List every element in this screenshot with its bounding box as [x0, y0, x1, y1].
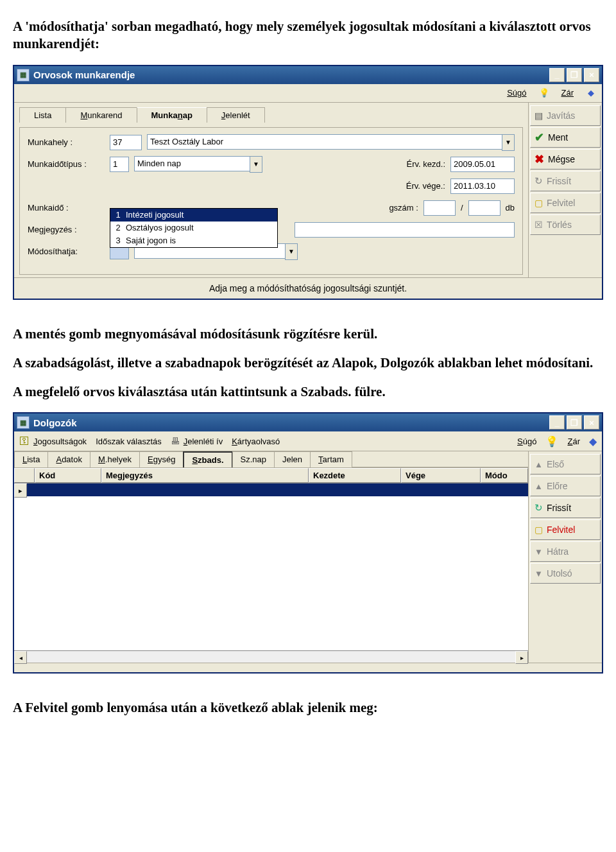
restore-button[interactable]: ❐	[567, 415, 582, 430]
label-ervkezd: Érv. kezd.:	[407, 159, 445, 169]
titlebar: ▦ Dolgozók _ ❐ ×	[14, 413, 602, 431]
javitas-button[interactable]: ▤Javítás	[530, 105, 601, 126]
triangle-up-icon: ▲	[535, 482, 543, 491]
tab-jelen[interactable]: Jelen	[274, 451, 311, 467]
menu-zar[interactable]: Zár	[561, 88, 574, 98]
menu-zar[interactable]: Zár	[567, 437, 580, 446]
label-megjegyzes: Megjegyzés :	[28, 225, 105, 234]
eraser-icon[interactable]: ◆	[585, 87, 597, 99]
felvitel-button[interactable]: ▢Felvitel	[530, 193, 601, 213]
chevron-down-icon[interactable]: ▼	[502, 134, 515, 151]
refresh-icon: ↻	[535, 175, 543, 187]
status-bar: Adja meg a módósíthatóság jogosultsági s…	[14, 277, 602, 299]
tab-szbads[interactable]: Szbads.	[183, 451, 232, 467]
ment-button[interactable]: ✔Ment	[530, 127, 601, 148]
felvitel-button[interactable]: ▢Felvitel	[530, 519, 601, 540]
kartyaolvaso-button[interactable]: Kártyaolvasó	[232, 437, 280, 446]
jogosultsagok-button[interactable]: ⚿Jogosultságok	[19, 435, 87, 447]
scroll-left-button[interactable]: ◂	[14, 651, 27, 664]
selected-row[interactable]	[27, 483, 528, 496]
frissit-button[interactable]: ↻Frissít	[530, 498, 601, 518]
grid-body[interactable]: ▸	[14, 483, 528, 650]
idoszak-button[interactable]: Időszak választás	[96, 437, 162, 446]
label-munkaido: Munkaidő :	[28, 203, 105, 213]
frissit-button[interactable]: ↻Frissít	[530, 171, 601, 191]
calculator-icon: ▤	[535, 110, 543, 121]
app-icon: ▦	[17, 69, 30, 82]
triangle-down-icon: ▼	[535, 569, 543, 578]
col-kezdete[interactable]: Kezdete	[309, 468, 401, 483]
jelenleti-button[interactable]: 🖶Jelenléti ív	[171, 436, 223, 446]
label-gszam: gszám :	[389, 203, 418, 213]
minimize-button[interactable]: _	[549, 415, 565, 430]
megjegyzes-field[interactable]	[295, 222, 515, 238]
label-munkahely: Munkahely :	[28, 137, 105, 147]
menu-sugo[interactable]: Súgó	[507, 88, 526, 98]
gszam2-field[interactable]	[468, 200, 501, 216]
bulb-icon[interactable]: 💡	[538, 87, 550, 99]
dropdown-option-1[interactable]: 1Intézeti jogosult	[110, 209, 277, 222]
paragraph-4: A megfelelő orvos kiválasztása után katt…	[13, 383, 603, 401]
window-title: Dolgozók	[33, 417, 77, 428]
bulb-icon[interactable]: 💡	[545, 435, 558, 448]
munkaidotipus-kod-field[interactable]: 1	[110, 157, 129, 172]
munkahely-combo[interactable]: Teszt Osztály Labor ▼	[147, 134, 515, 151]
eraser-icon[interactable]: ◆	[589, 435, 597, 448]
scroll-right-button[interactable]: ▸	[515, 651, 528, 664]
elso-button[interactable]: ▲Első	[530, 454, 601, 474]
dropdown-option-3[interactable]: 3Saját jogon is	[110, 234, 277, 247]
torles-button[interactable]: ☒Törlés	[530, 214, 601, 235]
menubar: Súgó 💡 Zár ◆	[14, 84, 602, 103]
tab-adatok[interactable]: Adatok	[47, 451, 90, 467]
col-megjegyzes[interactable]: Megjegyzés	[101, 468, 309, 483]
label-modosithatja: Módosíthatja:	[28, 247, 105, 256]
menu-sugo[interactable]: Súgó	[517, 437, 536, 446]
paragraph-2: A mentés gomb megnyomásával módosításunk…	[13, 326, 603, 343]
hatra-button[interactable]: ▼Hátra	[530, 541, 601, 562]
munkaidotipus-nev-field[interactable]: Minden nap	[134, 156, 250, 171]
side-toolbar: ▤Javítás ✔Ment ✖Mégse ↻Frissít ▢Felvitel…	[528, 103, 602, 277]
app-icon: ▦	[17, 416, 30, 429]
label-per: /	[461, 203, 463, 213]
refresh-icon: ↻	[535, 502, 543, 514]
ervvege-field[interactable]: 2011.03.10	[450, 178, 515, 194]
horizontal-scrollbar[interactable]: ◂ ▸	[14, 650, 528, 663]
grid-header: Kód Megjegyzés Kezdete Vége Módo	[14, 468, 528, 483]
minimize-button[interactable]: _	[549, 68, 565, 82]
chevron-down-icon[interactable]: ▼	[250, 156, 262, 173]
tab-egyseg[interactable]: Egység	[139, 451, 184, 467]
chevron-down-icon[interactable]: ▼	[285, 243, 298, 260]
toolbar: ⚿Jogosultságok Időszak választás 🖶Jelenl…	[14, 431, 602, 451]
munkahely-kod-field[interactable]: 37	[110, 135, 142, 150]
window-dolgozok: ▦ Dolgozók _ ❐ × ⚿Jogosultságok Időszak …	[13, 412, 603, 674]
tab-tartam[interactable]: Tartam	[310, 451, 352, 467]
col-vege[interactable]: Vége	[401, 468, 481, 483]
megse-button[interactable]: ✖Mégse	[530, 149, 601, 170]
munkahely-nev-field[interactable]: Teszt Osztály Labor	[147, 134, 502, 150]
elore-button[interactable]: ▲Előre	[530, 476, 601, 496]
tab-munkanap[interactable]: Munkanap	[137, 107, 207, 123]
modosithatja-dropdown-list[interactable]: 1Intézeti jogosult 2Osztályos jogosult 3…	[110, 208, 278, 248]
label-db: db	[506, 203, 515, 213]
row-marker[interactable]: ▸	[14, 483, 27, 498]
close-button[interactable]: ×	[584, 68, 599, 82]
tab-munkarend[interactable]: Munkarend	[65, 107, 137, 123]
gszam1-field[interactable]	[424, 200, 456, 216]
tab-jelenlet[interactable]: Jelenlét	[207, 107, 265, 123]
row-marker-header	[14, 468, 35, 483]
tab-lista[interactable]: Lista	[19, 107, 66, 123]
tab-mhelyek[interactable]: M.helyek	[90, 451, 140, 467]
tab-lista[interactable]: Lista	[14, 451, 48, 467]
col-kod[interactable]: Kód	[35, 468, 101, 483]
dropdown-option-2[interactable]: 2Osztályos jogosult	[110, 222, 277, 234]
ervkezd-field[interactable]: 2009.05.01	[450, 157, 515, 172]
munkaidotipus-combo[interactable]: Minden nap ▼	[134, 156, 262, 173]
label-munkaidotipus: Munkaidőtípus :	[28, 159, 105, 169]
close-button[interactable]: ×	[584, 415, 599, 430]
col-mod[interactable]: Módo	[481, 468, 528, 483]
restore-button[interactable]: ❐	[567, 68, 582, 82]
paragraph-5: A Felvitel gomb lenyomása után a követke…	[13, 699, 603, 717]
tab-sznap[interactable]: Sz.nap	[232, 451, 275, 467]
utolso-button[interactable]: ▼Utolsó	[530, 563, 601, 584]
tabstrip: Lista Adatok M.helyek Egység Szbads. Sz.…	[14, 451, 528, 468]
